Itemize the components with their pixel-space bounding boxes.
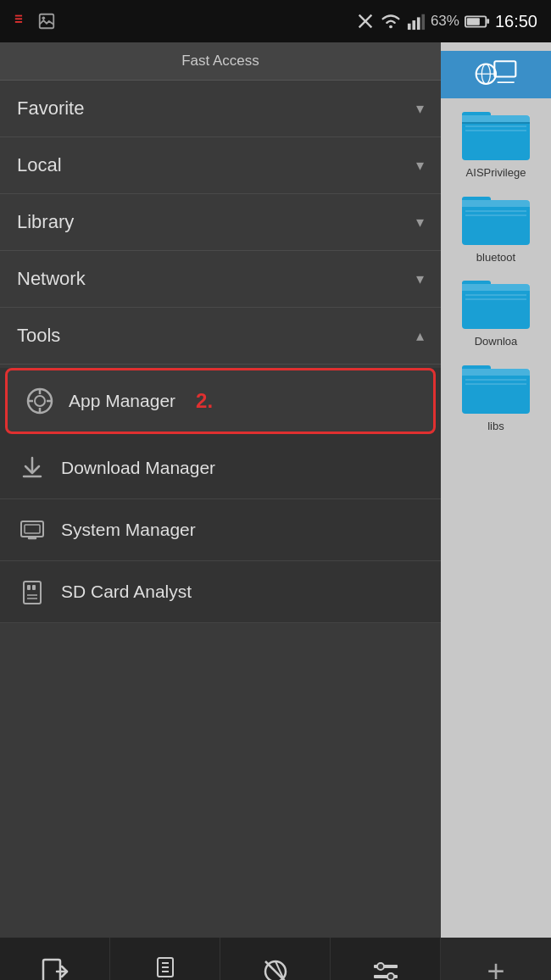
svg-rect-13 — [487, 19, 489, 24]
folder-download-icon — [462, 274, 530, 333]
new-plus-icon: + — [487, 956, 504, 981]
folder-ais-privilege[interactable]: AISPrivilege — [441, 105, 551, 180]
svg-rect-11 — [421, 14, 425, 30]
folder-libs-label: libs — [487, 420, 504, 433]
signal-icon — [407, 12, 426, 31]
sd-card-analyst-icon — [17, 576, 47, 607]
svg-rect-44 — [465, 210, 526, 212]
status-icons: 63% 16:50 — [356, 12, 537, 31]
svg-rect-54 — [465, 379, 526, 381]
svg-rect-8 — [408, 24, 411, 30]
main-container: Fast Access Favorite ▾ Local ▾ Library ▾… — [0, 42, 551, 938]
svg-point-4 — [42, 17, 46, 20]
svg-rect-26 — [27, 585, 31, 590]
fast-access-header: Fast Access — [0, 42, 441, 81]
system-manager-icon — [17, 515, 47, 545]
network-label: Network — [17, 268, 86, 290]
battery-icon — [465, 14, 490, 29]
svg-rect-1 — [15, 18, 22, 19]
svg-point-67 — [387, 973, 394, 980]
svg-rect-2 — [15, 21, 22, 23]
svg-rect-45 — [465, 214, 526, 216]
status-bar: 63% 16:50 — [0, 0, 551, 42]
svg-rect-49 — [465, 294, 526, 296]
svg-point-7 — [389, 25, 392, 29]
svg-rect-48 — [462, 284, 530, 291]
sidebar-item-tools[interactable]: Tools ▴ — [0, 308, 441, 365]
svg-rect-22 — [25, 525, 40, 533]
bottom-nav: Exit Recommend Theme Settings + New — [0, 938, 551, 980]
svg-rect-30 — [494, 61, 515, 76]
settings-icon — [370, 956, 401, 981]
theme-icon — [260, 956, 291, 981]
sd-card-analyst-item[interactable]: SD Card Analyst — [0, 561, 441, 623]
svg-rect-40 — [465, 130, 526, 131]
favorite-chevron: ▾ — [416, 99, 424, 118]
svg-rect-10 — [417, 17, 420, 30]
svg-rect-55 — [465, 383, 526, 385]
sidebar-item-library[interactable]: Library ▾ — [0, 194, 441, 251]
recommend-icon — [150, 956, 181, 981]
folder-download-label: Downloa — [475, 335, 518, 348]
tools-submenu: App Manager 2. Download Manager — [0, 368, 441, 623]
download-manager-icon — [17, 453, 47, 483]
sd-card-analyst-label: SD Card Analyst — [61, 582, 192, 602]
file-panel: AISPrivilege bluetoot — [441, 42, 551, 938]
nav-recommend[interactable]: Recommend — [110, 938, 220, 980]
battery-percentage: 63% — [431, 13, 459, 30]
tools-chevron: ▴ — [416, 326, 424, 345]
svg-rect-43 — [462, 200, 530, 207]
system-manager-label: System Manager — [61, 520, 196, 540]
time: 16:50 — [495, 12, 537, 31]
svg-rect-37 — [462, 115, 530, 122]
folder-bluetooth-icon — [462, 190, 530, 249]
sidebar-item-favorite[interactable]: Favorite ▾ — [0, 81, 441, 137]
svg-rect-27 — [32, 585, 36, 590]
folder-bluetooth-label: bluetoot — [476, 251, 515, 264]
favorite-label: Favorite — [17, 97, 84, 120]
nav-new-button[interactable]: + New — [441, 938, 551, 980]
sidebar-item-local[interactable]: Local ▾ — [0, 137, 441, 194]
svg-rect-39 — [465, 125, 526, 127]
app-manager-icon — [25, 386, 55, 416]
svg-point-16 — [35, 396, 45, 406]
folder-libs-icon — [462, 359, 530, 418]
menu-items: Favorite ▾ Local ▾ Library ▾ Network ▾ T… — [0, 81, 441, 938]
wifi-icon — [380, 12, 402, 31]
download-manager-label: Download Manager — [61, 458, 215, 478]
folder-ais-icon — [462, 105, 530, 164]
svg-rect-53 — [462, 369, 530, 376]
folder-download[interactable]: Downloa — [441, 274, 551, 348]
tools-label: Tools — [17, 325, 60, 347]
local-chevron: ▾ — [416, 156, 424, 175]
system-manager-item[interactable]: System Manager — [0, 499, 441, 561]
local-label: Local — [17, 154, 62, 176]
folder-ais-label: AISPrivilege — [466, 166, 526, 180]
network-chevron: ▾ — [416, 270, 424, 288]
svg-rect-14 — [467, 18, 480, 25]
status-bar-left — [14, 12, 56, 31]
svg-rect-0 — [15, 15, 22, 17]
image-icon — [37, 12, 56, 31]
sidebar-item-network[interactable]: Network ▾ — [0, 251, 441, 308]
notification-icon — [14, 12, 32, 31]
globe-tablet-icon — [475, 58, 517, 92]
folder-bluetooth[interactable]: bluetoot — [441, 190, 551, 264]
sidebar: Fast Access Favorite ▾ Local ▾ Library ▾… — [0, 42, 441, 938]
mute-icon — [356, 12, 375, 31]
nav-settings[interactable]: Settings — [331, 938, 441, 980]
nav-theme[interactable]: Theme — [220, 938, 331, 980]
folder-libs[interactable]: libs — [441, 359, 551, 433]
svg-rect-50 — [465, 298, 526, 300]
app-manager-step: 2. — [196, 389, 213, 413]
svg-rect-25 — [24, 582, 41, 604]
svg-rect-9 — [412, 20, 415, 30]
app-manager-item[interactable]: App Manager 2. — [5, 368, 436, 434]
download-manager-item[interactable]: Download Manager — [0, 437, 441, 499]
svg-rect-56 — [43, 960, 60, 981]
svg-rect-38 — [462, 122, 530, 124]
app-manager-label: App Manager — [69, 391, 175, 411]
nav-exit[interactable]: Exit — [0, 938, 110, 980]
file-panel-header[interactable] — [441, 51, 551, 98]
library-label: Library — [17, 211, 74, 233]
